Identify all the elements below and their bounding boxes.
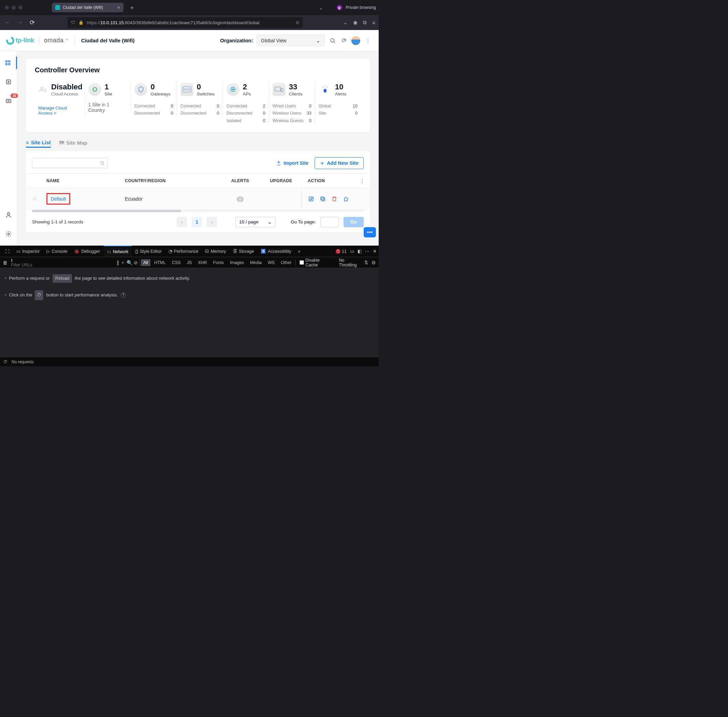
header-alerts[interactable]: ALERTS xyxy=(220,174,261,188)
filter-urls-field[interactable] xyxy=(11,262,93,267)
throttling-select[interactable]: No Throttling⇅ xyxy=(337,258,370,267)
chat-fab[interactable]: ••• xyxy=(364,227,376,237)
tab-performance[interactable]: ◔ Performance xyxy=(165,246,201,257)
sidebar-dashboard[interactable] xyxy=(0,56,17,69)
sidebar-account[interactable] xyxy=(2,209,15,221)
maximize-window-icon[interactable] xyxy=(18,5,23,9)
url-bar[interactable]: 🛡 🔒 https://10.0.101.15:8043/3936dfe92ab… xyxy=(67,17,303,28)
reload-inline-button[interactable]: Reload xyxy=(52,274,72,283)
goto-page-input[interactable] xyxy=(321,217,339,227)
search-icon[interactable] xyxy=(328,38,337,44)
back-button[interactable]: ← xyxy=(3,19,12,26)
site-tabs: ≡ Site List 🗺 Site Map xyxy=(26,138,370,148)
responsive-mode-icon[interactable]: ▭ xyxy=(350,249,354,254)
organization-select[interactable]: Global View ⌄ xyxy=(256,35,325,46)
svg-rect-8 xyxy=(6,99,11,103)
add-new-site-button[interactable]: ＋ Add New Site xyxy=(314,157,364,169)
chip-other[interactable]: Other xyxy=(278,259,294,266)
copy-icon[interactable] xyxy=(320,196,326,202)
prev-page-button[interactable]: ‹ xyxy=(177,217,187,227)
lock-icon[interactable]: 🔒 xyxy=(78,20,84,25)
help-icon[interactable]: ? xyxy=(121,293,126,298)
dock-side-icon[interactable]: ◧ xyxy=(357,249,362,254)
new-tab-button[interactable]: ＋ xyxy=(127,3,137,12)
column-options-icon[interactable]: ⋮ xyxy=(360,177,365,184)
site-search-input[interactable] xyxy=(32,158,108,168)
search-requests-icon[interactable]: 🔍 xyxy=(127,260,132,265)
manage-cloud-link[interactable]: Manage Cloud Access > xyxy=(38,105,81,116)
tab-style-editor[interactable]: {} Style Editor xyxy=(132,246,165,257)
action-cell xyxy=(302,188,370,209)
shield-icon[interactable]: 🛡 xyxy=(71,20,75,25)
pagination-info: Showing 1-1 of 1 records xyxy=(32,219,83,224)
devtools-more-icon[interactable]: ⋯ xyxy=(365,249,369,254)
chip-images[interactable]: Images xyxy=(227,259,246,266)
refresh-icon[interactable]: ⟳ xyxy=(340,37,348,44)
clear-icon[interactable]: 🗑 xyxy=(3,260,8,265)
tab-network[interactable]: ↑↓ Network xyxy=(104,246,131,257)
pause-icon[interactable]: ‖ xyxy=(117,260,119,265)
close-window-icon[interactable] xyxy=(5,5,9,9)
tab-debugger[interactable]: 🐞 Debugger xyxy=(71,246,103,257)
tab-inspector[interactable]: ▭ Inspector xyxy=(13,246,43,257)
go-button[interactable]: Go xyxy=(343,217,364,227)
chip-html[interactable]: HTML xyxy=(152,259,168,266)
launch-icon[interactable] xyxy=(343,196,349,202)
block-icon[interactable]: ⊘ xyxy=(134,260,138,265)
pocket-icon[interactable]: ⌄ xyxy=(343,20,348,26)
add-request-icon[interactable]: ＋ xyxy=(121,259,125,266)
site-search-field[interactable] xyxy=(35,161,100,166)
devtools-overflow-icon[interactable]: » xyxy=(295,246,303,257)
avatar[interactable] xyxy=(351,36,360,45)
chip-js[interactable]: JS xyxy=(185,259,194,266)
more-menu-icon[interactable]: ⋮ xyxy=(364,37,372,44)
error-count[interactable]: !11 xyxy=(336,249,346,254)
tab-storage[interactable]: 🗄 Storage xyxy=(230,246,257,257)
import-site-link[interactable]: Import Site xyxy=(276,160,308,166)
reload-button[interactable]: ⟳ xyxy=(28,19,36,26)
header-name[interactable]: NAME xyxy=(43,174,121,188)
favorite-star-icon[interactable]: ☆ xyxy=(32,195,37,202)
delete-icon[interactable] xyxy=(331,196,337,202)
site-name: Ciudad del Valle (Wifi) xyxy=(79,38,135,43)
edit-icon[interactable] xyxy=(308,196,314,202)
stopwatch-status-icon[interactable]: ⏱ xyxy=(3,360,8,364)
next-page-button[interactable]: › xyxy=(207,217,217,227)
tab-site-list[interactable]: ≡ Site List xyxy=(26,138,51,148)
chip-xhr[interactable]: XHR xyxy=(195,259,209,266)
devtools-picker-icon[interactable]: ⛶ xyxy=(2,246,13,257)
sidebar-settings[interactable] xyxy=(2,228,15,240)
devtools-close-icon[interactable]: ✕ xyxy=(373,249,377,254)
chip-ws[interactable]: WS xyxy=(266,259,277,266)
horizontal-scrollbar[interactable] xyxy=(32,210,364,212)
tabs-dropdown-icon[interactable]: ⌄ xyxy=(319,5,333,11)
sidebar-devices[interactable] xyxy=(2,76,15,88)
site-name-link[interactable]: Default xyxy=(46,193,70,204)
tab-accessibility[interactable]: ♿ Accessibility xyxy=(258,246,294,257)
minimize-window-icon[interactable] xyxy=(12,5,16,9)
header-country[interactable]: COUNTRY/REGION xyxy=(121,174,220,188)
header-upgrade[interactable]: UPGRADE xyxy=(261,174,302,188)
page-size-select[interactable]: 10 / page ⌄ xyxy=(235,217,276,227)
tab-close-icon[interactable]: × xyxy=(118,5,120,10)
bookmark-star-icon[interactable]: ☆ xyxy=(295,20,299,26)
extensions-icon[interactable]: ⧉ xyxy=(363,20,367,26)
stopwatch-icon[interactable]: ⏱ xyxy=(35,290,43,300)
account-icon[interactable]: ◉ xyxy=(353,20,357,26)
tab-memory[interactable]: ⛁ Memory xyxy=(202,246,229,257)
chip-media[interactable]: Media xyxy=(248,259,264,266)
page-1-button[interactable]: 1 xyxy=(192,217,202,227)
forward-button[interactable]: → xyxy=(16,19,24,26)
chip-fonts[interactable]: Fonts xyxy=(211,259,226,266)
chip-css[interactable]: CSS xyxy=(169,259,183,266)
disable-cache-checkbox[interactable]: Disable Cache xyxy=(297,258,335,267)
request-type-chips: ‖ ＋ 🔍 ⊘ All HTML CSS JS XHR Fonts Images… xyxy=(117,258,376,267)
browser-tab[interactable]: Ciudad del Valle (Wifi) × xyxy=(52,3,124,12)
filter-urls-input[interactable]: ⫿ xyxy=(11,258,93,267)
sidebar-alerts[interactable]: 10 xyxy=(2,95,15,107)
network-settings-icon[interactable]: ⚙ xyxy=(371,260,376,265)
menu-icon[interactable]: ≡ xyxy=(372,20,375,26)
chip-all[interactable]: All xyxy=(141,259,150,266)
tab-console[interactable]: ▷ Console xyxy=(43,246,70,257)
tab-site-map[interactable]: 🗺 Site Map xyxy=(59,138,87,148)
